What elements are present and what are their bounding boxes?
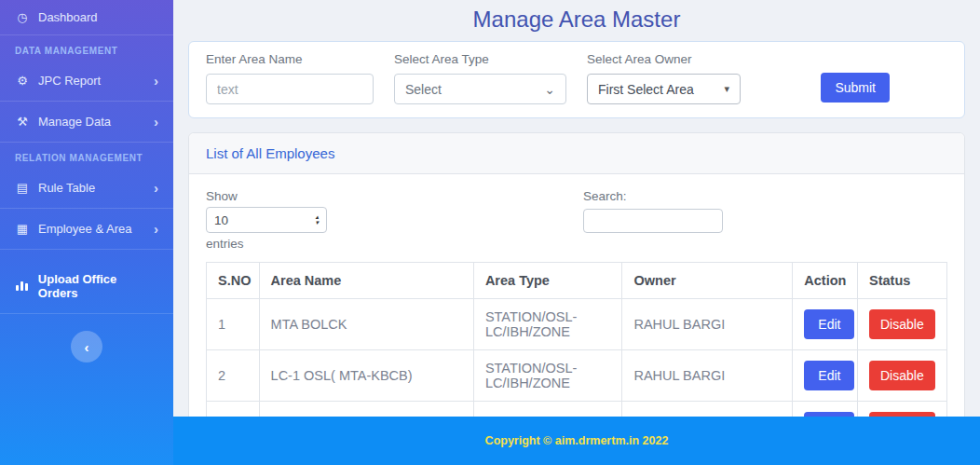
area-type-label: Select Area Type: [394, 52, 566, 66]
sidebar-item-jpc-report[interactable]: ⚙ JPC Report ›: [0, 61, 173, 102]
page-title: Manage Area Master: [173, 7, 980, 33]
area-name-label: Enter Area Name: [206, 52, 374, 66]
edit-button[interactable]: Edit: [804, 361, 854, 390]
area-type-select[interactable]: Select ⌄: [394, 74, 566, 104]
cell-action: Edit: [793, 299, 858, 350]
page-size-select[interactable]: 10 ▴ ▾: [206, 207, 327, 233]
sidebar-item-label: Manage Data: [38, 115, 111, 129]
col-header-action: Action: [793, 263, 858, 299]
area-owner-selected-value: First Select Area: [598, 82, 694, 97]
sidebar-item-employee-area[interactable]: ▦ Employee & Area ›: [0, 209, 173, 250]
bar-chart-icon: [15, 281, 30, 291]
col-header-owner: Owner: [622, 263, 793, 299]
table-row: 1 MTA BOLCK STATION/OSL-LC/IBH/ZONE RAHU…: [207, 299, 947, 350]
chevron-right-icon: ›: [154, 225, 158, 234]
sidebar-section-relation-management: RELATION MANAGEMENT: [0, 143, 173, 168]
table-header-row: S.NO Area Name Area Type Owner Action St…: [207, 263, 947, 299]
table-row: 2 LC-1 OSL( MTA-KBCB) STATION/OSL-LC/IBH…: [207, 350, 947, 402]
sidebar-item-label: Rule Table: [38, 181, 95, 195]
submit-wrap: Submit: [821, 52, 890, 103]
caret-down-icon: ▾: [315, 220, 319, 226]
cell-sno: 2: [207, 350, 260, 402]
table-controls: Show 10 ▴ ▾ entries Search:: [206, 187, 947, 253]
employees-card: List of All Employees Show 10 ▴ ▾ entrie…: [188, 132, 965, 465]
cell-status: Disable: [857, 350, 946, 402]
sidebar-section-data-management: DATA MANAGEMENT: [0, 35, 173, 61]
dashboard-icon: ◷: [15, 10, 30, 24]
area-owner-select[interactable]: First Select Area ▾: [587, 74, 741, 104]
area-form-card: Enter Area Name Select Area Type Select …: [188, 41, 965, 118]
employees-card-title: List of All Employees: [189, 133, 964, 174]
sidebar-item-label: Upload Office Orders: [38, 272, 158, 300]
wrench-icon: ⚒: [15, 115, 30, 129]
cell-area-name: LC-1 OSL( MTA-KBCB): [259, 350, 473, 402]
stepper-icon: ▴ ▾: [315, 214, 319, 226]
sidebar-item-rule-table[interactable]: ▤ Rule Table ›: [0, 168, 173, 209]
footer: Copyright © aim.drmertm.in 2022: [173, 417, 980, 465]
chevron-right-icon: ›: [154, 117, 158, 127]
entries-label: entries: [206, 237, 327, 251]
copyright-text: Copyright © aim.drmertm.in 2022: [485, 434, 669, 447]
cell-area-type: STATION/OSL-LC/IBH/ZONE: [473, 350, 622, 402]
chevron-right-icon: ›: [154, 184, 158, 193]
edit-button[interactable]: Edit: [804, 309, 854, 339]
sidebar-item-manage-data[interactable]: ⚒ Manage Data ›: [0, 102, 173, 143]
folder-icon: ▦: [15, 222, 30, 236]
area-type-selected-value: Select: [405, 82, 442, 97]
search-label: Search:: [583, 189, 723, 203]
chevron-left-icon: ‹: [85, 339, 89, 355]
area-owner-label: Select Area Owner: [587, 52, 741, 66]
cell-sno: 1: [207, 299, 260, 350]
area-type-group: Select Area Type Select ⌄: [394, 52, 566, 104]
search-block: Search:: [583, 187, 723, 233]
caret-down-icon: ▾: [724, 83, 729, 95]
sidebar-item-upload-office-orders[interactable]: Upload Office Orders: [0, 259, 173, 314]
col-header-area-type: Area Type: [473, 263, 622, 299]
app-window: ◷ Dashboard DATA MANAGEMENT ⚙ JPC Report…: [0, 0, 980, 465]
submit-button[interactable]: Submit: [821, 73, 890, 103]
col-header-status: Status: [857, 263, 946, 299]
cell-status: Disable: [857, 299, 946, 350]
col-header-area-name: Area Name: [259, 263, 473, 299]
cell-owner: RAHUL BARGI: [622, 299, 793, 350]
area-owner-group: Select Area Owner First Select Area ▾: [587, 52, 741, 104]
gear-icon: ⚙: [15, 74, 30, 88]
sidebar-item-label: Employee & Area: [38, 222, 131, 236]
area-name-input[interactable]: [206, 74, 374, 104]
sidebar-item-label: JPC Report: [38, 74, 101, 88]
chevron-right-icon: ›: [154, 76, 158, 86]
main-content: Manage Area Master Enter Area Name Selec…: [173, 0, 980, 465]
cell-area-type: STATION/OSL-LC/IBH/ZONE: [473, 299, 622, 350]
sidebar-collapse-button[interactable]: ‹: [71, 331, 102, 362]
sidebar-item-label: Dashboard: [38, 10, 98, 24]
search-input[interactable]: [583, 209, 723, 233]
page-size-block: Show 10 ▴ ▾ entries: [206, 187, 327, 253]
col-header-sno: S.NO: [207, 263, 260, 299]
page-size-value: 10: [214, 213, 228, 227]
cell-owner: RAHUL BARGI: [622, 350, 793, 402]
disable-button[interactable]: Disable: [869, 361, 935, 390]
folder-icon: ▤: [15, 181, 30, 195]
sidebar-item-dashboard[interactable]: ◷ Dashboard: [0, 0, 173, 35]
sidebar: ◷ Dashboard DATA MANAGEMENT ⚙ JPC Report…: [0, 0, 173, 465]
show-label: Show: [206, 189, 327, 203]
chevron-down-icon: ⌄: [544, 86, 555, 93]
area-name-group: Enter Area Name: [206, 52, 374, 104]
cell-action: Edit: [793, 350, 858, 402]
disable-button[interactable]: Disable: [869, 309, 935, 339]
cell-area-name: MTA BOLCK: [259, 299, 473, 350]
